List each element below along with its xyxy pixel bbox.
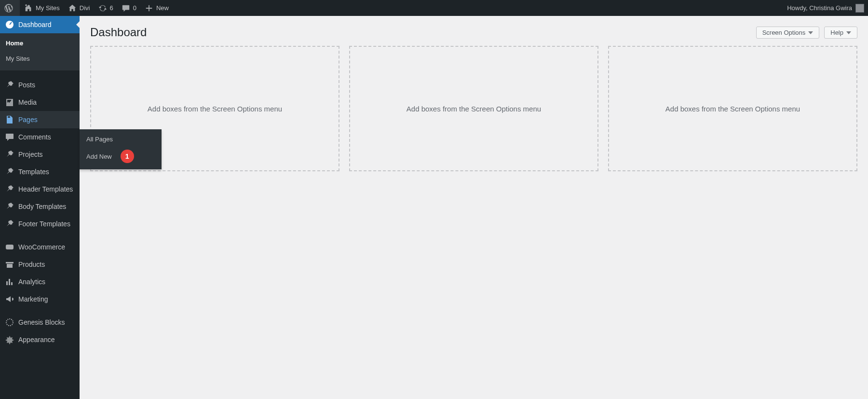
- menu-woocommerce-label: WooCommerce: [18, 242, 65, 252]
- homes-icon: [24, 3, 33, 13]
- admin-bar: My Sites Divi 6 0 New Howdy,: [0, 0, 868, 16]
- submenu-all-pages[interactable]: All Pages: [80, 132, 162, 146]
- dashboard-dropzone[interactable]: Add boxes from the Screen Options menu: [349, 46, 598, 171]
- menu-media[interactable]: Media: [0, 94, 80, 111]
- menu-footer-templates[interactable]: Footer Templates: [0, 215, 80, 233]
- admin-menu: Dashboard Home My Sites Posts Media: [0, 16, 80, 348]
- comment-icon: [5, 132, 14, 142]
- pages-flyout-submenu: All Pages Add New 1: [80, 129, 162, 169]
- wp-logo-menu[interactable]: [0, 0, 20, 16]
- new-content-menu[interactable]: New: [140, 0, 173, 16]
- menu-header-templates[interactable]: Header Templates: [0, 180, 80, 198]
- menu-dashboard-label: Dashboard: [18, 20, 52, 29]
- dashboard-dropzone[interactable]: Add boxes from the Screen Options menu: [608, 46, 857, 171]
- dropzone-hint: Add boxes from the Screen Options menu: [407, 105, 541, 113]
- submenu-my-sites[interactable]: My Sites: [0, 51, 80, 67]
- menu-separator: [0, 308, 80, 314]
- blocks-icon: [5, 317, 14, 327]
- pin-icon: [5, 184, 14, 194]
- menu-dashboard[interactable]: Dashboard: [0, 16, 80, 33]
- admin-bar-left: My Sites Divi 6 0 New: [0, 0, 173, 16]
- dashboard-widget-columns: Add boxes from the Screen Options menu A…: [90, 46, 857, 171]
- menu-posts[interactable]: Posts: [0, 76, 80, 94]
- svg-rect-1: [6, 245, 14, 249]
- page-title: Dashboard: [90, 26, 147, 39]
- annotation-step-1: 1: [121, 150, 134, 163]
- home-icon: [68, 3, 77, 13]
- chevron-down-icon: [846, 31, 851, 34]
- screen-meta-buttons: Screen Options Help: [756, 27, 857, 39]
- pin-icon: [5, 202, 14, 211]
- site-name-label: Divi: [80, 4, 90, 12]
- media-icon: [5, 97, 14, 107]
- pin-icon: [5, 219, 14, 229]
- menu-analytics[interactable]: Analytics: [0, 273, 80, 290]
- products-icon: [5, 260, 14, 269]
- menu-products[interactable]: Products: [0, 256, 80, 273]
- menu-media-label: Media: [18, 97, 37, 107]
- menu-appearance[interactable]: Appearance: [0, 331, 80, 348]
- menu-analytics-label: Analytics: [18, 277, 45, 287]
- user-greeting: Howdy, Christina Gwira: [787, 4, 852, 12]
- updates-menu[interactable]: 6: [94, 0, 117, 16]
- menu-body-templates[interactable]: Body Templates: [0, 198, 80, 215]
- menu-separator: [0, 70, 80, 76]
- woocommerce-icon: [5, 242, 14, 252]
- menu-products-label: Products: [18, 260, 45, 269]
- menu-templates-label: Templates: [18, 167, 49, 177]
- megaphone-icon: [5, 294, 14, 304]
- submenu-home[interactable]: Home: [0, 36, 80, 51]
- dashboard-submenu: Home My Sites: [0, 33, 80, 70]
- main-header: Dashboard Screen Options Help: [90, 16, 857, 46]
- svg-point-2: [6, 319, 13, 326]
- menu-separator: [0, 233, 80, 238]
- menu-pages-label: Pages: [18, 115, 38, 124]
- menu-body-templates-label: Body Templates: [18, 202, 66, 211]
- main-wrap: Dashboard Home My Sites Posts Media: [0, 16, 868, 399]
- pages-icon: [5, 115, 14, 124]
- updates-icon: [98, 3, 108, 13]
- site-name-menu[interactable]: Divi: [64, 0, 94, 16]
- screen-options-button[interactable]: Screen Options: [756, 27, 820, 39]
- dashboard-icon: [5, 20, 14, 29]
- menu-footer-templates-label: Footer Templates: [18, 219, 70, 229]
- menu-header-templates-label: Header Templates: [18, 184, 73, 194]
- menu-comments[interactable]: Comments: [0, 128, 80, 146]
- menu-pages[interactable]: Pages: [0, 111, 80, 128]
- admin-bar-right[interactable]: Howdy, Christina Gwira: [787, 4, 864, 13]
- comments-icon: [121, 3, 131, 13]
- menu-appearance-label: Appearance: [18, 335, 55, 344]
- my-sites-label: My Sites: [36, 4, 60, 12]
- submenu-add-new[interactable]: Add New 1: [80, 146, 162, 166]
- wordpress-logo-icon: [4, 3, 14, 13]
- menu-genesis-blocks[interactable]: Genesis Blocks: [0, 314, 80, 331]
- menu-comments-label: Comments: [18, 132, 51, 142]
- analytics-icon: [5, 277, 14, 287]
- comments-count: 0: [133, 4, 136, 12]
- dropzone-hint: Add boxes from the Screen Options menu: [665, 105, 800, 113]
- menu-woocommerce[interactable]: WooCommerce: [0, 238, 80, 256]
- dropzone-hint: Add boxes from the Screen Options menu: [148, 105, 282, 113]
- admin-sidebar: Dashboard Home My Sites Posts Media: [0, 16, 80, 399]
- chevron-down-icon: [808, 31, 813, 34]
- menu-marketing-label: Marketing: [18, 294, 48, 304]
- avatar: [855, 4, 864, 13]
- updates-count: 6: [110, 4, 113, 12]
- pin-icon: [5, 150, 14, 159]
- main-content: Dashboard Screen Options Help Add boxes …: [80, 16, 868, 399]
- pin-icon: [5, 167, 14, 177]
- appearance-icon: [5, 335, 14, 344]
- help-button[interactable]: Help: [824, 27, 857, 39]
- menu-posts-label: Posts: [18, 80, 35, 90]
- menu-templates[interactable]: Templates: [0, 163, 80, 180]
- plus-icon: [144, 3, 154, 13]
- menu-genesis-label: Genesis Blocks: [18, 317, 65, 327]
- menu-projects-label: Projects: [18, 150, 43, 159]
- new-label: New: [156, 4, 169, 12]
- menu-marketing[interactable]: Marketing: [0, 290, 80, 308]
- my-sites-menu[interactable]: My Sites: [20, 0, 64, 16]
- menu-projects[interactable]: Projects: [0, 146, 80, 163]
- pin-icon: [5, 80, 14, 90]
- comments-menu[interactable]: 0: [117, 0, 140, 16]
